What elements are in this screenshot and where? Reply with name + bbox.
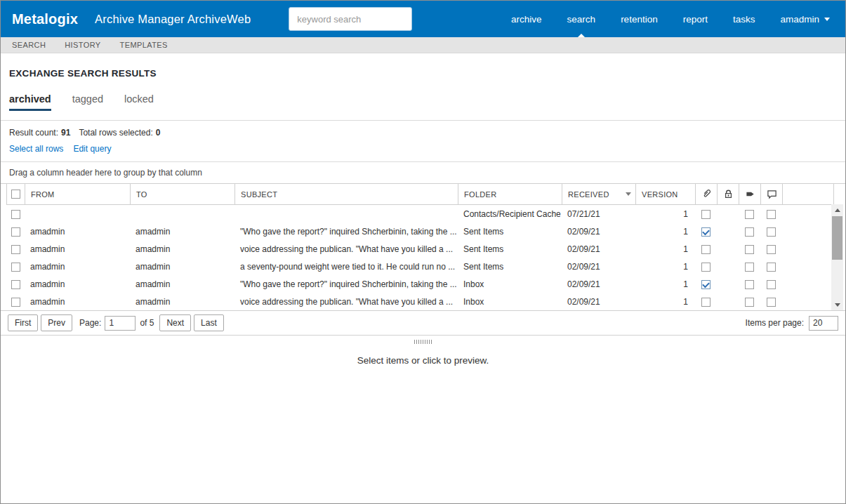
cell-folder: Contacts/Recipient Cache — [458, 205, 562, 223]
table-scrollbar[interactable] — [831, 204, 843, 310]
column-header-subject[interactable]: SUBJECT — [235, 184, 458, 205]
user-menu-caret-icon — [824, 18, 830, 21]
group-by-bar[interactable]: Drag a column header here to group by th… — [1, 161, 845, 184]
comment-checkbox[interactable] — [767, 298, 776, 307]
page-title: EXCHANGE SEARCH RESULTS — [1, 60, 845, 79]
attachment-checkbox[interactable] — [701, 210, 710, 219]
cell-tag — [739, 205, 760, 223]
page-number-input[interactable] — [105, 316, 136, 331]
flag-checkbox[interactable] — [745, 280, 754, 289]
row-select-checkbox[interactable] — [11, 227, 20, 237]
cell-version: 1 — [635, 240, 695, 258]
top-nav-tasks[interactable]: tasks — [733, 1, 755, 37]
comment-checkbox[interactable] — [767, 245, 776, 254]
column-header-to[interactable]: TO — [131, 184, 235, 205]
row-select-checkbox[interactable] — [11, 298, 20, 307]
tag-icon — [745, 189, 755, 199]
top-nav-report[interactable]: report — [683, 1, 708, 37]
row-select-checkbox[interactable] — [11, 245, 20, 254]
prev-page-button[interactable]: Prev — [41, 314, 72, 331]
column-header-comment[interactable] — [761, 184, 783, 205]
row-select-cell — [6, 205, 25, 223]
cell-to: amadmin — [130, 258, 234, 275]
flag-checkbox[interactable] — [745, 298, 754, 307]
cell-subject: voice addressing the publican. "What hav… — [234, 240, 458, 258]
tab-archived[interactable]: archived — [9, 93, 51, 111]
scrollbar-thumb[interactable] — [832, 216, 842, 260]
table-row[interactable]: amadmin amadmin "Who gave the report?" i… — [6, 223, 833, 240]
attachment-checkbox[interactable] — [701, 263, 710, 272]
tab-locked[interactable]: locked — [124, 93, 154, 111]
subnav-item-templates[interactable]: TEMPLATES — [120, 41, 168, 49]
top-nav-archive[interactable]: archive — [511, 1, 542, 37]
top-nav-label: tasks — [733, 14, 755, 25]
cell-lock — [717, 223, 739, 240]
attachment-checkbox[interactable] — [701, 280, 710, 289]
comment-checkbox[interactable] — [767, 263, 776, 272]
attachment-checkbox[interactable] — [701, 245, 710, 254]
flag-checkbox[interactable] — [745, 210, 754, 219]
last-page-button[interactable]: Last — [194, 314, 224, 331]
top-nav-retention[interactable]: retention — [621, 1, 658, 37]
table-row[interactable]: Contacts/Recipient Cache 07/21/21 1 — [6, 205, 833, 223]
cell-filler — [782, 205, 833, 223]
cell-received: 02/09/21 — [562, 258, 635, 275]
row-select-checkbox[interactable] — [11, 263, 20, 272]
keyword-search-input[interactable] — [289, 7, 412, 31]
select-all-checkbox[interactable] — [11, 190, 20, 199]
comment-checkbox[interactable] — [767, 227, 776, 237]
column-header-received[interactable]: RECEIVED — [562, 184, 636, 205]
table-row[interactable]: amadmin amadmin voice addressing the pub… — [6, 240, 833, 258]
select-all-rows-link[interactable]: Select all rows — [9, 144, 63, 154]
top-nav-search[interactable]: search — [567, 1, 596, 37]
column-header-version[interactable]: VERSION — [636, 184, 696, 205]
cell-version: 1 — [635, 293, 695, 310]
top-nav-label: retention — [621, 14, 658, 25]
next-page-button[interactable]: Next — [159, 314, 191, 331]
items-per-page: Items per page: — [746, 316, 838, 331]
comment-icon — [767, 189, 777, 199]
cell-filler — [782, 258, 833, 275]
items-per-page-input[interactable] — [809, 316, 838, 331]
scrollbar-down-button[interactable] — [831, 299, 843, 310]
table-row[interactable]: amadmin amadmin "Who gave the report?" i… — [6, 275, 833, 293]
tab-tagged[interactable]: tagged — [72, 93, 103, 111]
column-header-folder[interactable]: FOLDER — [458, 184, 562, 205]
cell-subject: "Who gave the report?" inquired Shcherbi… — [234, 275, 458, 293]
scrollbar-up-button[interactable] — [831, 204, 843, 215]
received-filter-caret-icon[interactable] — [626, 192, 631, 196]
attachment-checkbox[interactable] — [701, 227, 710, 237]
metalogix-logo[interactable]: Metalogix — [12, 11, 78, 27]
column-header-from[interactable]: FROM — [25, 184, 131, 205]
column-header-tag[interactable] — [739, 184, 761, 205]
comment-checkbox[interactable] — [767, 210, 776, 219]
row-select-cell — [6, 275, 25, 293]
paperclip-icon — [701, 189, 712, 199]
subnav-item-search[interactable]: SEARCH — [12, 41, 46, 49]
user-menu[interactable]: amadmin — [780, 1, 830, 37]
splitter-grip-handle[interactable] — [414, 340, 432, 344]
attachment-checkbox[interactable] — [701, 298, 710, 307]
cell-received: 07/21/21 — [562, 205, 635, 223]
row-select-checkbox[interactable] — [11, 280, 20, 289]
comment-checkbox[interactable] — [767, 280, 776, 289]
flag-checkbox[interactable] — [745, 227, 754, 237]
subnav-item-history[interactable]: HISTORY — [65, 41, 100, 49]
edit-query-link[interactable]: Edit query — [73, 144, 111, 154]
cell-comment — [760, 205, 782, 223]
cell-subject: "Who gave the report?" inquired Shcherbi… — [234, 223, 458, 240]
column-header-lock[interactable] — [718, 184, 739, 205]
results-grid: FROM TO SUBJECT FOLDER RECEIVED VERSION — [1, 184, 845, 310]
active-nav-caret-icon — [578, 34, 585, 37]
select-all-header — [7, 184, 25, 205]
table-row[interactable]: amadmin amadmin a seventy-pound weight w… — [6, 258, 833, 275]
flag-checkbox[interactable] — [745, 245, 754, 254]
column-header-attachment[interactable] — [696, 184, 718, 205]
top-nav-label: archive — [511, 14, 542, 25]
table-row[interactable]: amadmin amadmin voice addressing the pub… — [6, 293, 833, 310]
first-page-button[interactable]: First — [8, 314, 38, 331]
cell-from: amadmin — [25, 293, 130, 310]
flag-checkbox[interactable] — [745, 263, 754, 272]
row-select-checkbox[interactable] — [11, 210, 20, 219]
cell-to: amadmin — [130, 275, 234, 293]
